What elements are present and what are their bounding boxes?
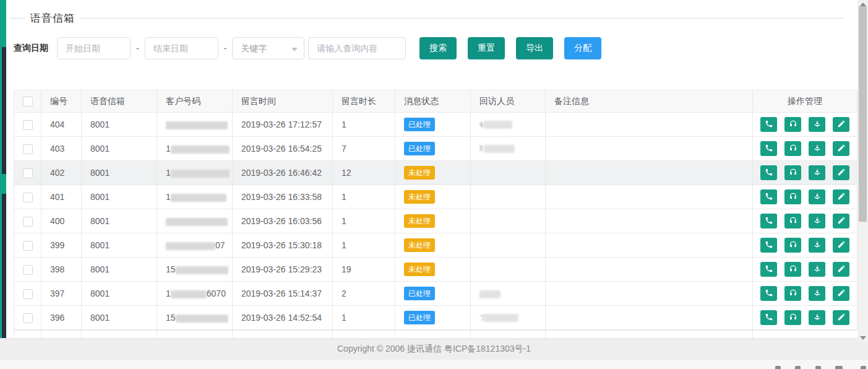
edit-button[interactable]	[833, 262, 849, 277]
scrollbar-thumb[interactable]	[859, 6, 867, 222]
cell-id: 400	[41, 209, 82, 233]
edit-button[interactable]	[833, 117, 849, 132]
reset-button[interactable]: 重置	[468, 37, 505, 59]
table-header-row: 编号 语音信箱 客户号码 留言时间 留言时长 消息状态 回访人员 备注信息 操作…	[14, 90, 857, 113]
row-checkbox[interactable]	[23, 265, 33, 275]
call-button[interactable]	[760, 189, 777, 204]
cell-mailbox: 8001	[82, 306, 157, 330]
row-checkbox[interactable]	[23, 217, 33, 227]
keyword-select-value: 关键字	[241, 43, 267, 53]
download-button[interactable]	[809, 262, 825, 277]
status-badge: 已处理	[404, 287, 435, 300]
download-button[interactable]	[809, 214, 825, 228]
listen-button[interactable]	[784, 262, 801, 277]
row-checkbox[interactable]	[23, 193, 33, 202]
status-badge: 未处理	[404, 190, 435, 204]
cell-customer: 1	[157, 161, 233, 185]
download-button[interactable]	[809, 117, 825, 132]
download-button[interactable]	[809, 238, 825, 253]
cell-time: 2019-03-26 16:46:42	[233, 161, 333, 185]
row-checkbox[interactable]	[23, 168, 33, 178]
download-button[interactable]	[809, 141, 825, 156]
call-button[interactable]	[760, 117, 777, 132]
call-button[interactable]	[760, 286, 777, 301]
table-row: 3978001160702019-03-26 15:14:372已处理	[14, 282, 857, 306]
edit-button[interactable]	[833, 141, 849, 156]
row-checkbox[interactable]	[23, 289, 33, 299]
call-button[interactable]	[760, 141, 777, 156]
masked-customer-number	[171, 145, 230, 154]
call-button[interactable]	[760, 310, 777, 325]
cell-duration: 1	[333, 113, 395, 137]
download-button[interactable]	[809, 310, 825, 325]
page-title: 语音信箱	[30, 11, 75, 25]
cell-remark	[546, 161, 753, 185]
taskbar-sliver	[0, 360, 868, 369]
edit-button[interactable]	[833, 238, 849, 253]
listen-button[interactable]	[784, 286, 801, 301]
download-button[interactable]	[809, 286, 825, 301]
end-date-input[interactable]	[145, 37, 218, 59]
edit-button[interactable]	[833, 214, 849, 228]
status-badge: 已处理	[404, 311, 435, 324]
listen-button[interactable]	[784, 189, 801, 204]
call-button[interactable]	[760, 214, 777, 228]
call-button[interactable]	[760, 262, 777, 277]
headset-icon	[789, 313, 797, 323]
phone-icon	[765, 216, 773, 227]
customer-number-fragment: 07	[215, 240, 225, 250]
cell-customer: 15	[157, 258, 233, 282]
listen-button[interactable]	[784, 310, 801, 325]
cell-callback	[471, 161, 546, 185]
listen-button[interactable]	[784, 214, 801, 228]
table-row: 401800112019-03-26 16:33:581未处理	[14, 185, 857, 209]
date-separator: -	[136, 43, 139, 53]
voicemail-page: 语音信箱 查询日期 - - 关键字 搜索 重置 导出 分配	[0, 0, 868, 369]
search-input[interactable]	[308, 37, 406, 59]
call-button[interactable]	[760, 165, 777, 180]
row-checkbox[interactable]	[23, 144, 33, 154]
search-button[interactable]: 搜索	[419, 37, 457, 59]
edit-icon	[837, 119, 846, 130]
phone-icon	[765, 144, 773, 154]
phone-icon	[765, 264, 773, 275]
cell-status: 已处理	[395, 137, 471, 161]
customer-number-fragment: 1	[166, 192, 171, 202]
vertical-scrollbar[interactable]	[857, 0, 868, 342]
edit-icon	[837, 192, 846, 202]
cell-remark	[546, 258, 753, 282]
call-button[interactable]	[760, 238, 777, 253]
start-date-input[interactable]	[57, 37, 131, 59]
edit-icon	[837, 240, 846, 251]
customer-number-fragment: 15	[166, 264, 176, 274]
keyword-select[interactable]: 关键字	[232, 37, 304, 59]
col-header-callback: 回访人员	[471, 90, 546, 113]
cell-time: 2019-03-26 14:52:54	[233, 306, 333, 330]
row-checkbox[interactable]	[23, 120, 33, 130]
masked-callback-name	[479, 290, 501, 298]
edit-button[interactable]	[833, 310, 849, 325]
cell-callback	[471, 185, 546, 209]
scroll-down-icon[interactable]	[860, 336, 866, 340]
assign-button[interactable]: 分配	[564, 37, 601, 59]
listen-button[interactable]	[784, 117, 801, 132]
select-all-checkbox[interactable]	[23, 97, 33, 106]
listen-button[interactable]	[784, 141, 801, 156]
export-button[interactable]: 导出	[516, 37, 553, 59]
cell-remark	[546, 233, 753, 258]
edit-button[interactable]	[833, 165, 849, 180]
status-badge: 已处理	[404, 142, 435, 155]
col-header-id: 编号	[41, 90, 82, 113]
download-button[interactable]	[809, 189, 825, 204]
download-button[interactable]	[809, 165, 825, 180]
edit-button[interactable]	[833, 189, 849, 204]
listen-button[interactable]	[784, 238, 801, 253]
cell-callback	[471, 209, 546, 233]
cell-time: 2019-03-26 16:33:58	[233, 185, 333, 209]
edit-button[interactable]	[833, 286, 849, 301]
section-legend: 语音信箱	[7, 11, 856, 26]
row-checkbox[interactable]	[23, 241, 33, 251]
row-checkbox[interactable]	[23, 313, 33, 323]
voicemail-table: 编号 语音信箱 客户号码 留言时间 留言时长 消息状态 回访人员 备注信息 操作…	[14, 90, 857, 339]
listen-button[interactable]	[784, 165, 801, 180]
